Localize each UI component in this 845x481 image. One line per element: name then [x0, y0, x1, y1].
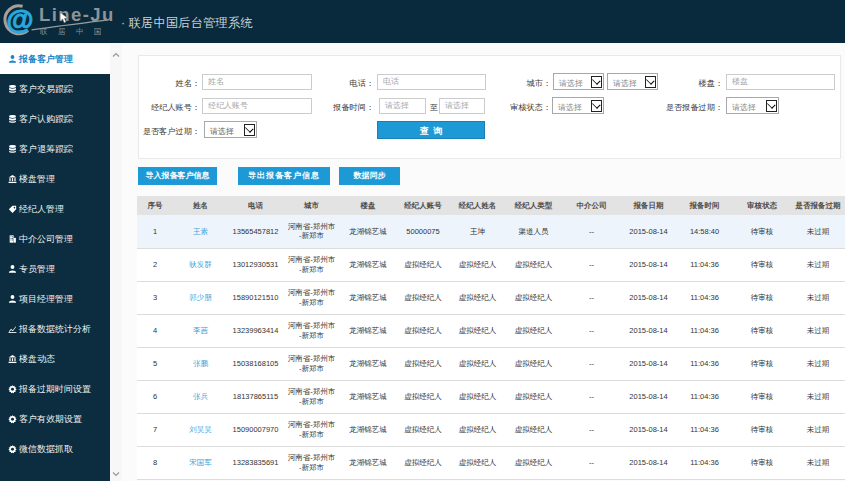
svg-text:@: @ [6, 4, 33, 35]
svg-text:Line-Ju: Line-Ju [39, 4, 115, 25]
svg-text:联居中国: 联居中国 [39, 27, 112, 36]
